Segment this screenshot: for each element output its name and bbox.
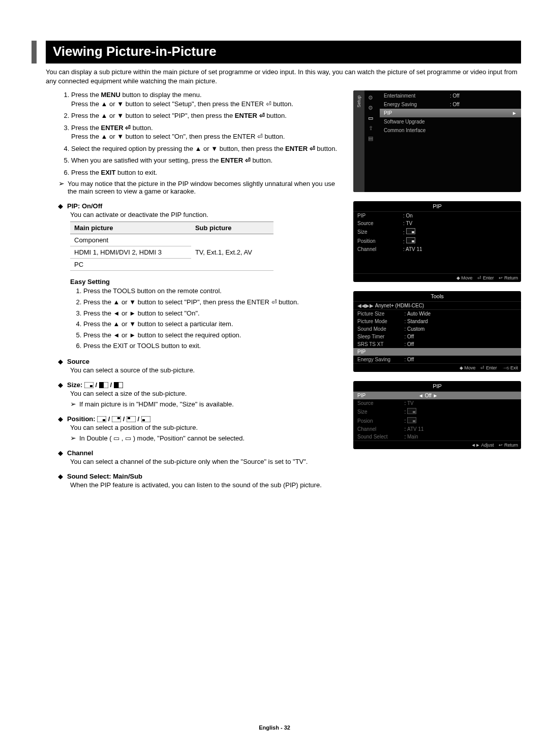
step-3: Press the ENTER ⏎ button.Press the ▲ or … bbox=[71, 123, 344, 141]
note-pip-unnatural: ➢ You may notice that the picture in the… bbox=[58, 180, 344, 195]
title-accent-bar bbox=[32, 41, 37, 64]
osd-setup-menu: Setup ⚙ ⚙ ▭ ⇪ ▤ Entertainment: Off Energ… bbox=[353, 90, 521, 192]
sound-select-desc: When the PIP feature is activated, you c… bbox=[70, 481, 344, 489]
svg-rect-5 bbox=[114, 382, 118, 388]
osd-row-highlighted: PIP► bbox=[380, 109, 521, 117]
osd-row: Size: bbox=[353, 407, 521, 416]
osd-row: Source: TV bbox=[353, 219, 521, 227]
diamond-bullet-icon: ◆ bbox=[58, 415, 63, 423]
osd-row: SRS TS XT:Off bbox=[353, 340, 521, 348]
note-icon: ➢ bbox=[58, 180, 65, 195]
svg-rect-12 bbox=[128, 417, 130, 419]
osd-row: Energy Saving: Off bbox=[380, 100, 521, 109]
source-desc: You can select a source of the sub-pictu… bbox=[70, 366, 344, 374]
menu-icon: ▤ bbox=[367, 134, 375, 142]
size-desc: You can select a size of the sub-picture… bbox=[70, 390, 344, 397]
osd-row: Channel:ATV 11 bbox=[353, 425, 521, 433]
position-label: Position: bbox=[67, 415, 96, 423]
svg-rect-3 bbox=[99, 382, 104, 388]
menu-icon: ⚙ bbox=[367, 104, 375, 112]
easy-steps: Press the TOOLS button on the remote con… bbox=[69, 287, 344, 350]
svg-rect-8 bbox=[103, 419, 105, 421]
diamond-bullet-icon: ◆ bbox=[58, 472, 63, 480]
osd-row: Source:TV bbox=[353, 399, 521, 407]
svg-rect-6 bbox=[118, 382, 123, 388]
menu-icon: ⚙ bbox=[367, 93, 375, 102]
osd-row: Software Upgrade bbox=[380, 117, 521, 126]
osd-row: Common Interface bbox=[380, 126, 521, 135]
position-desc: You can select a position of the sub-pic… bbox=[70, 424, 344, 431]
osd-row: Position: bbox=[353, 236, 521, 245]
osd-row-highlighted: PIP bbox=[353, 348, 521, 356]
page-title: Viewing Picture-in-Picture bbox=[46, 41, 521, 64]
osd-row: Channel: ATV 11 bbox=[353, 245, 521, 253]
channel-label: Channel bbox=[67, 449, 93, 457]
step-4: Select the required option by pressing t… bbox=[71, 144, 344, 153]
osd-setup-tab: Setup bbox=[356, 96, 361, 108]
source-label: Source bbox=[67, 358, 89, 365]
osd-row: ◀◀▶▶ Anynet+ (HDMI-CEC) bbox=[353, 302, 521, 310]
svg-rect-1 bbox=[90, 385, 93, 387]
osd-row: Picture Mode:Standard bbox=[353, 318, 521, 325]
source-table: Main pictureSub picture ComponentTV, Ext… bbox=[70, 222, 273, 271]
osd-row: Sleep Timer:Off bbox=[353, 333, 521, 340]
menu-icon: ⇪ bbox=[367, 124, 375, 132]
diamond-bullet-icon: ◆ bbox=[58, 202, 63, 210]
diamond-bullet-icon: ◆ bbox=[58, 449, 63, 457]
pip-onoff-desc: You can activate or deactivate the PIP f… bbox=[70, 211, 344, 218]
osd-row: PIP: On bbox=[353, 212, 521, 219]
size-label: Size: bbox=[67, 381, 82, 389]
main-steps: Press the MENU button to display the men… bbox=[46, 90, 344, 177]
pip-onoff-label: PIP: On/Off bbox=[67, 202, 102, 210]
step-1: Press the MENU button to display the men… bbox=[71, 90, 344, 108]
easy-setting-head: Easy Setting bbox=[70, 278, 344, 286]
osd-bar: ◆ Move⏎ Enter→⎋ Exit bbox=[353, 363, 521, 372]
osd-row: Sound Mode:Custom bbox=[353, 325, 521, 333]
intro-text: You can display a sub picture within the… bbox=[46, 68, 521, 85]
svg-rect-14 bbox=[142, 419, 145, 421]
page-footer: English - 32 bbox=[0, 724, 549, 731]
position-icons: / / / bbox=[97, 415, 150, 423]
osd-pip-settings: PIP PIP: On Source: TV Size: Position: C… bbox=[353, 201, 521, 282]
diamond-bullet-icon: ◆ bbox=[58, 358, 63, 365]
osd-pip-adjust: PIP PIP◄ Off ► Source:TV Size: Posion: C… bbox=[353, 381, 521, 449]
size-icons: / / bbox=[84, 381, 123, 389]
osd-row-highlighted: PIP◄ Off ► bbox=[353, 392, 521, 399]
step-5: When you are satisfied with your setting… bbox=[71, 156, 344, 165]
osd-row: Entertainment: Off bbox=[380, 91, 521, 100]
step-2: Press the ▲ or ▼ button to select "PIP",… bbox=[71, 111, 344, 120]
osd-row: Size: bbox=[353, 227, 521, 236]
note-icon: ➢ bbox=[70, 400, 76, 408]
menu-icon: ▭ bbox=[367, 114, 375, 122]
svg-rect-10 bbox=[117, 417, 120, 419]
step-6: Press the EXIT button to exit. bbox=[71, 168, 344, 177]
diamond-bullet-icon: ◆ bbox=[58, 381, 63, 389]
osd-row: Picture Size:Auto Wide bbox=[353, 310, 521, 318]
note-icon: ➢ bbox=[70, 434, 76, 442]
osd-row: Sound Select:Main bbox=[353, 433, 521, 440]
osd-tools: Tools ◀◀▶▶ Anynet+ (HDMI-CEC) Picture Si… bbox=[353, 291, 521, 372]
osd-bar: ◆ Move⏎ Enter↩ Return bbox=[353, 273, 521, 282]
osd-row: Energy Saving:Off bbox=[353, 356, 521, 363]
osd-row: Posion: bbox=[353, 416, 521, 425]
sound-select-label: Sound Select: Main/Sub bbox=[67, 472, 142, 480]
channel-desc: You can select a channel of the sub-pict… bbox=[70, 458, 344, 465]
osd-bar: ◄► Adjust↩ Return bbox=[353, 440, 521, 449]
